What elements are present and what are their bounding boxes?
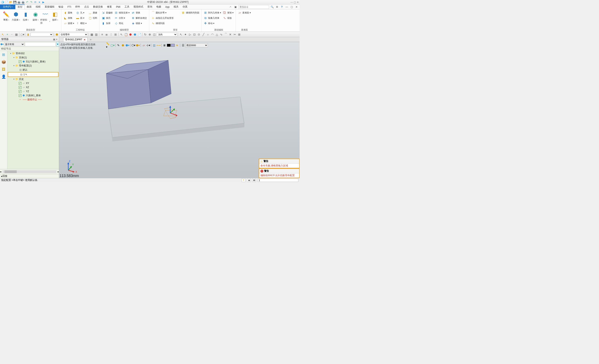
viewport[interactable]: 零件002.Z3PRT✕ ＋ 点击<F6>循环拾取直到最后选择. <单击右键>获… bbox=[59, 37, 300, 178]
new-icon[interactable]: 📄 bbox=[5, 0, 9, 4]
child-min-icon[interactable]: — bbox=[285, 5, 289, 9]
c9-icon[interactable]: △ bbox=[215, 32, 219, 36]
tree-stop[interactable]: ←----- 建模停止 ----- bbox=[7, 98, 59, 102]
menu-tab-tools[interactable]: 工具 bbox=[123, 4, 132, 9]
open-icon[interactable]: 📂 bbox=[9, 0, 13, 4]
scale-button[interactable]: ⤡缩放 bbox=[222, 16, 234, 20]
tree-configs[interactable]: ▾📁零件配置(2) bbox=[7, 64, 59, 68]
check-icon[interactable]: ✓ bbox=[19, 82, 21, 85]
check-icon[interactable]: ✓ bbox=[19, 90, 21, 93]
filter-icon[interactable]: ▮ bbox=[26, 32, 30, 36]
wraparray-button[interactable]: ⊞缠绕阵列到面 bbox=[181, 10, 200, 15]
st-screen-icon[interactable]: 🖥 bbox=[247, 178, 251, 182]
s12-icon[interactable]: ↻ bbox=[143, 32, 147, 36]
move-button[interactable]: ✥移动 ▾ bbox=[203, 21, 222, 26]
c8-icon[interactable]: ◠ bbox=[210, 32, 214, 36]
filter-select[interactable] bbox=[31, 33, 53, 36]
normal-select[interactable]: 法向 bbox=[157, 33, 177, 36]
split-button[interactable]: ✂分割 ▾ bbox=[114, 16, 131, 20]
add-icon[interactable]: ＋ bbox=[5, 32, 9, 36]
child-max-icon[interactable]: ▢ bbox=[290, 5, 293, 9]
recent-icon[interactable]: ▣ bbox=[234, 5, 237, 9]
redo-icon[interactable]: ↷ bbox=[29, 0, 33, 4]
c1-icon[interactable]: ↖ bbox=[179, 32, 183, 36]
menu-tab-fti[interactable]: FTI bbox=[65, 4, 73, 9]
menu-tab-sheetmetal[interactable]: 钣金 bbox=[56, 4, 65, 9]
loft-button[interactable]: ◧放样 bbox=[50, 10, 60, 21]
menu-tab-shape[interactable]: 造型 bbox=[15, 4, 25, 9]
wrapface-button[interactable]: ∿缠绕到面 bbox=[150, 21, 175, 26]
sub-icon[interactable]: － bbox=[10, 32, 14, 36]
tree-cfg-1[interactable]: ▤1↖ bbox=[8, 72, 59, 77]
manager-scrollbar[interactable]: ◂▸ bbox=[0, 169, 59, 174]
c5-icon[interactable]: ⊙ bbox=[197, 32, 201, 36]
menu-tab-query[interactable]: 查询 bbox=[145, 4, 154, 9]
save-icon[interactable]: 💾 bbox=[13, 0, 17, 4]
entity-select[interactable]: 仅有零件 bbox=[59, 33, 88, 36]
st-text-icon[interactable]: T bbox=[242, 178, 245, 182]
s10-icon[interactable]: ⬢ bbox=[133, 32, 137, 36]
feature-tree[interactable]: ▾📁零件002 ▾📁实体(1) ✓⬢S1(六面体1_基体) ▾📁零件配置(2) … bbox=[7, 51, 59, 169]
datumplane-button[interactable]: ▱基准面 ▾ bbox=[237, 10, 252, 15]
pin-icon[interactable]: ▣ bbox=[53, 38, 55, 41]
display-mode-select[interactable]: 显示常用 bbox=[4, 42, 25, 46]
check-icon[interactable]: ✓ bbox=[19, 60, 21, 63]
help-icon[interactable]: ? bbox=[280, 5, 284, 9]
draft-button[interactable]: ▱拔模 ▾ bbox=[62, 21, 75, 26]
cylbend-button[interactable]: ⌒圆柱折弯 ▾ bbox=[150, 10, 175, 15]
removesolid-button[interactable]: ⊟移除实体 ▾ bbox=[114, 10, 131, 15]
doc-tab[interactable]: 零件002.Z3PRT✕ bbox=[63, 37, 88, 42]
replace-button[interactable]: ⇄替换 bbox=[131, 10, 148, 15]
menu-tab-mold[interactable]: 模具 bbox=[172, 4, 181, 9]
patterngeom-button[interactable]: ⊞阵列几何体 ▾ bbox=[203, 10, 222, 15]
cube-solid[interactable] bbox=[106, 60, 171, 109]
undo-icon[interactable]: ↶ bbox=[25, 0, 29, 4]
c6-icon[interactable]: ╱ bbox=[201, 32, 205, 36]
tree-history[interactable]: ▾📁历史 bbox=[7, 77, 59, 81]
menu-tab-directedit[interactable]: 直接编辑 bbox=[43, 4, 56, 9]
play-icon[interactable]: ▶ bbox=[42, 0, 45, 4]
menu-tab-weld[interactable]: 焊件 bbox=[73, 4, 82, 9]
panel-close-icon[interactable]: ✕ bbox=[56, 38, 58, 41]
filter-input[interactable] bbox=[25, 42, 56, 46]
funnel-icon[interactable]: ▼ bbox=[56, 42, 59, 46]
menu-tab-pointcloud[interactable]: 点云 bbox=[82, 4, 91, 9]
s9-icon[interactable]: ⬢ bbox=[128, 32, 132, 36]
c10-icon[interactable]: ∿ bbox=[219, 32, 223, 36]
chamfer-button[interactable]: ◣倒角 bbox=[62, 16, 75, 20]
solid-icon[interactable]: ⬢ bbox=[55, 32, 59, 36]
menu-tab-wireframe[interactable]: 线框 bbox=[34, 4, 43, 9]
tree-solids[interactable]: ▾📁实体(1) bbox=[7, 55, 59, 60]
revolve-button[interactable]: ◉旋转 bbox=[31, 10, 40, 21]
ss-img-icon[interactable]: 🖼 bbox=[1, 67, 6, 72]
lip-button[interactable]: ◡唇缘 bbox=[88, 10, 98, 15]
menu-tab-pmi[interactable]: PMI bbox=[114, 4, 122, 9]
fillet-button[interactable]: ◖圆角 bbox=[62, 10, 75, 15]
c2-icon[interactable]: ✦ bbox=[184, 32, 187, 36]
print-icon[interactable]: 🖨️ bbox=[17, 0, 21, 4]
new-tab-icon[interactable]: ＋ bbox=[89, 37, 92, 42]
maximize-icon[interactable]: ▢ bbox=[294, 1, 296, 4]
s13-icon[interactable]: ⊕ bbox=[148, 32, 152, 36]
c7-icon[interactable]: ○ bbox=[206, 32, 210, 36]
cube-small-icon[interactable]: ⬢▾ bbox=[0, 43, 4, 46]
refresh-icon[interactable]: ⟳ bbox=[33, 0, 37, 4]
tree-cfg-default[interactable]: ▤默认 bbox=[7, 68, 59, 72]
playback-row[interactable]: ▸ 回放 bbox=[0, 174, 59, 178]
extrude-button[interactable]: ▮拉伸 bbox=[21, 10, 31, 21]
tree-xz[interactable]: ✓▱XZ bbox=[7, 85, 59, 89]
thread-button[interactable]: ⫯螺纹 ▾ bbox=[75, 21, 88, 26]
s3-icon[interactable]: ≡ bbox=[100, 32, 104, 36]
shell-button[interactable]: ▣抽壳 bbox=[101, 16, 114, 20]
command-search-input[interactable] bbox=[238, 5, 269, 9]
c11-icon[interactable]: ⌒ bbox=[224, 32, 228, 36]
check-icon[interactable]: ✓ bbox=[19, 94, 21, 97]
s2-icon[interactable]: ▥ bbox=[94, 32, 98, 36]
grid-icon[interactable]: ▦ bbox=[14, 32, 18, 36]
tree-xy[interactable]: ✓▱XY bbox=[7, 81, 59, 85]
ss-user-icon[interactable]: 👤 bbox=[1, 74, 6, 79]
selfintersect-button[interactable]: ⊗解析自相交 bbox=[131, 16, 148, 20]
tree-yz[interactable]: ✓▱YZ bbox=[7, 89, 59, 93]
tree-root[interactable]: ▾📁零件002 bbox=[7, 51, 59, 55]
tree-hex[interactable]: ✓⬢六面体1_基体 bbox=[7, 93, 59, 98]
